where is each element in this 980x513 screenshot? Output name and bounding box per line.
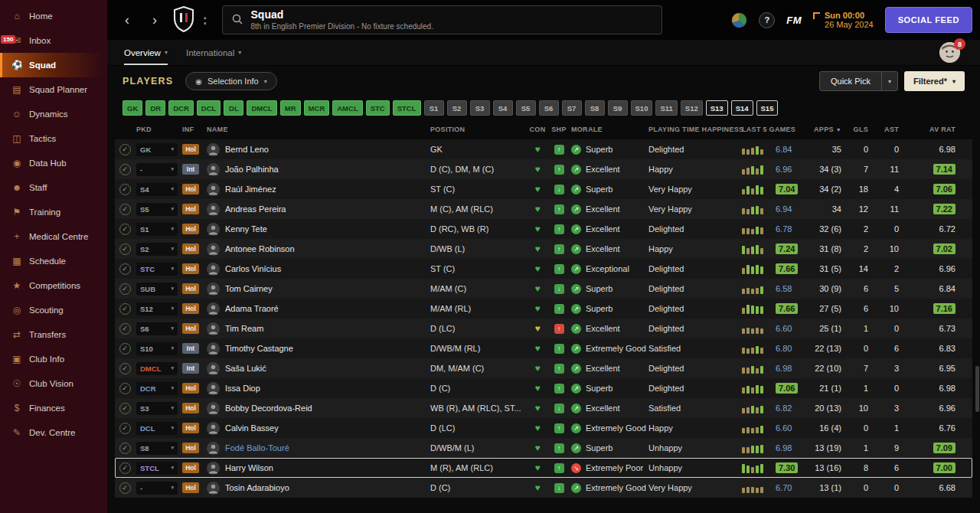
row-checkbox[interactable]: ✓ xyxy=(115,478,135,498)
club-switch-spinner[interactable]: ▴▾ xyxy=(204,15,207,26)
filter-button-s13[interactable]: S13 xyxy=(706,100,728,116)
player-face-icon[interactable] xyxy=(205,358,224,378)
player-face-icon[interactable] xyxy=(205,338,224,358)
player-face-icon[interactable] xyxy=(205,259,224,279)
filter-button-gk[interactable]: GK xyxy=(122,100,142,116)
sidebar-item-staff[interactable]: ☻Staff xyxy=(0,175,107,200)
column-shp[interactable]: SHP xyxy=(548,126,570,133)
column-last-5-games[interactable]: LAST 5 GAMES xyxy=(731,126,812,133)
social-feed-button[interactable]: SOCIAL FEED xyxy=(885,7,972,33)
forward-button[interactable]: › xyxy=(142,6,167,34)
quick-pick-button[interactable]: Quick Pick ▾ xyxy=(819,71,898,91)
table-row[interactable]: ✓ DMCL▾ Int Saša Lukić DM, M/AM (C) ♥ ↑ … xyxy=(115,358,972,378)
player-face-icon[interactable] xyxy=(205,219,224,239)
row-checkbox[interactable]: ✓ xyxy=(115,139,135,159)
filter-button-mcr[interactable]: MCR xyxy=(304,100,330,116)
filter-button-s4[interactable]: S4 xyxy=(493,100,513,116)
column-playing-time-happiness[interactable]: PLAYING TIME HAPPINESS xyxy=(647,126,731,133)
row-checkbox[interactable]: ✓ xyxy=(115,358,135,378)
player-name[interactable]: Raúl Jiménez xyxy=(224,179,429,199)
player-name[interactable]: Tosin Adarabioyo xyxy=(224,478,429,498)
filter-button-s3[interactable]: S3 xyxy=(470,100,490,116)
column-con[interactable]: CON xyxy=(527,126,548,133)
column-name[interactable]: NAME xyxy=(205,126,429,133)
row-checkbox[interactable]: ✓ xyxy=(115,239,135,259)
sidebar-item-club-info[interactable]: ▣Club Info xyxy=(0,347,107,371)
pkd-dropdown[interactable]: S8▾ xyxy=(135,438,181,458)
row-checkbox[interactable]: ✓ xyxy=(115,159,135,179)
pkd-dropdown[interactable]: STCL▾ xyxy=(135,458,181,478)
table-row[interactable]: ✓ S4▾ Hol Raúl Jiménez ST (C) ♥ ↓ ↗Super… xyxy=(115,179,972,199)
table-row[interactable]: ✓ -▾ Hol Tosin Adarabioyo D (C) ♥ ↓ ↗Ext… xyxy=(115,478,972,498)
player-face-icon[interactable] xyxy=(205,398,224,418)
player-name[interactable]: Bobby Decordova-Reid xyxy=(224,398,429,418)
pkd-dropdown[interactable]: S5▾ xyxy=(135,199,181,219)
column-inf[interactable]: INF xyxy=(181,126,205,133)
search-icon[interactable] xyxy=(232,14,243,26)
column-ast[interactable]: AST xyxy=(873,126,903,133)
sidebar-item-medical-centre[interactable]: +Medical Centre xyxy=(0,224,107,249)
player-name[interactable]: Carlos Vinícius xyxy=(224,259,429,279)
filter-button-dr[interactable]: DR xyxy=(145,100,165,116)
column-pkd[interactable]: PKD xyxy=(135,126,181,133)
sidebar-item-club-vision[interactable]: ☉Club Vision xyxy=(0,371,107,396)
player-face-icon[interactable] xyxy=(205,418,224,438)
pkd-dropdown[interactable]: S12▾ xyxy=(135,299,181,319)
filter-button-stc[interactable]: STC xyxy=(366,100,390,116)
player-face-icon[interactable] xyxy=(205,438,224,458)
player-name[interactable]: Tim Ream xyxy=(224,319,429,338)
row-checkbox[interactable]: ✓ xyxy=(115,398,135,418)
row-checkbox[interactable]: ✓ xyxy=(115,378,135,398)
selection-info-dropdown[interactable]: ◉ Selection Info ▾ xyxy=(185,72,276,90)
sidebar-item-tactics[interactable]: ◫Tactics xyxy=(0,126,107,151)
filter-button-s1[interactable]: S1 xyxy=(424,100,444,116)
manager-avatar[interactable]: 8 xyxy=(939,42,960,63)
player-name[interactable]: Andreas Pereira xyxy=(224,199,429,219)
world-icon[interactable] xyxy=(731,12,747,28)
sidebar-item-scouting[interactable]: ◎Scouting xyxy=(0,298,107,322)
table-row[interactable]: ✓ S1▾ Hol Kenny Tete D (RC), WB (R) ♥ ↑ … xyxy=(115,219,972,239)
player-name[interactable]: Kenny Tete xyxy=(224,219,429,239)
filter-button-s8[interactable]: S8 xyxy=(585,100,605,116)
vertical-scrollbar[interactable] xyxy=(975,366,979,412)
player-face-icon[interactable] xyxy=(205,139,224,159)
column-apps[interactable]: APPS▼ xyxy=(812,126,846,133)
club-badge[interactable] xyxy=(173,6,194,34)
row-checkbox[interactable]: ✓ xyxy=(115,199,135,219)
sidebar-item-home[interactable]: ⌂Home xyxy=(0,4,107,28)
table-row[interactable]: ✓ STC▾ Hol Carlos Vinícius ST (C) ♥ ↑ ↗E… xyxy=(115,259,972,279)
table-row[interactable]: ✓ S12▾ Hol Adama Traoré M/AM (RL) ♥ ↑ ↗S… xyxy=(115,299,972,319)
filter-button-s5[interactable]: S5 xyxy=(516,100,536,116)
player-face-icon[interactable] xyxy=(205,159,224,179)
player-face-icon[interactable] xyxy=(205,199,224,219)
player-name[interactable]: Calvin Bassey xyxy=(224,418,429,438)
sidebar-item-squad-planner[interactable]: ▤Squad Planner xyxy=(0,77,107,102)
filter-button-s9[interactable]: S9 xyxy=(608,100,628,116)
sidebar-item-transfers[interactable]: ⇄Transfers xyxy=(0,322,107,347)
filter-button-s14[interactable]: S14 xyxy=(731,100,753,116)
row-checkbox[interactable]: ✓ xyxy=(115,458,135,478)
sidebar-item-dynamics[interactable]: ☺Dynamics xyxy=(0,102,107,126)
filter-button-amcl[interactable]: AMCL xyxy=(332,100,362,116)
player-face-icon[interactable] xyxy=(205,458,224,478)
pkd-dropdown[interactable]: S3▾ xyxy=(135,398,181,418)
row-checkbox[interactable]: ✓ xyxy=(115,279,135,299)
filter-button-s2[interactable]: S2 xyxy=(447,100,467,116)
player-face-icon[interactable] xyxy=(205,179,224,199)
player-face-icon[interactable] xyxy=(205,299,224,319)
table-row[interactable]: ✓ S3▾ Hol Bobby Decordova-Reid WB (R), A… xyxy=(115,398,972,418)
chevron-down-icon[interactable]: ▾ xyxy=(881,72,897,90)
sidebar-item-training[interactable]: ⚑Training xyxy=(0,200,107,224)
search-title-panel[interactable]: Squad 8th in English Premier Division - … xyxy=(222,5,662,34)
filter-button-dcl[interactable]: DCL xyxy=(197,100,221,116)
filter-button-s12[interactable]: S12 xyxy=(681,100,703,116)
player-face-icon[interactable] xyxy=(205,239,224,259)
pkd-dropdown[interactable]: -▾ xyxy=(135,159,181,179)
player-name[interactable]: Adama Traoré xyxy=(224,299,429,319)
table-row[interactable]: ✓ S6▾ Hol Tim Ream D (LC) ♥ ↑ ↗Excellent… xyxy=(115,319,972,338)
pkd-dropdown[interactable]: S6▾ xyxy=(135,319,181,338)
pkd-dropdown[interactable]: DCR▾ xyxy=(135,378,181,398)
row-checkbox[interactable]: ✓ xyxy=(115,319,135,338)
player-face-icon[interactable] xyxy=(205,378,224,398)
filter-button-dmcl[interactable]: DMCL xyxy=(247,100,276,116)
